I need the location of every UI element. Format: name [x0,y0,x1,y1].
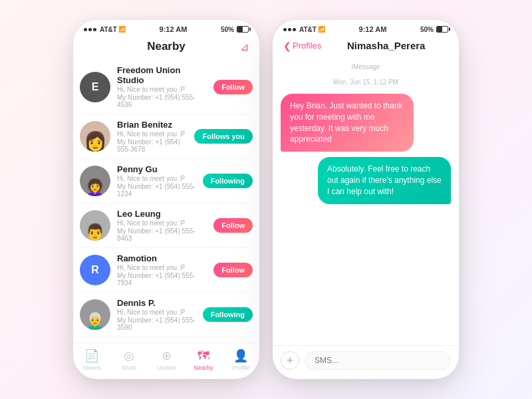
follow-btn-penny[interactable]: Following [203,174,253,188]
nav-nearby[interactable]: 🗺 Nearby [185,349,222,371]
nearby-title: Nearby [147,40,186,53]
update-label: Update [156,364,176,371]
message-header: ❮ Profiles Nimasha_Perera [273,36,459,58]
nearby-item-brian: 👩 Brian Benitez Hi, Nice to meet you :P … [80,114,253,159]
nearby-nav-label: Nearby [194,364,213,371]
name-brian: Brian Benitez [117,120,188,130]
imessage-label: iMessage [281,63,451,70]
nearby-item-penny: 👩‍🦱 Penny Gu Hi, Nice to meet you :P My … [80,159,253,203]
follow-btn-brian[interactable]: Follows you [194,129,253,144]
avatar-freedom: E [80,72,110,102]
info-freedom: Freedom Union Studio Hi, Nice to meet yo… [117,65,207,108]
nav-update[interactable]: ⊕ Update [148,348,185,371]
battery-icon-right [436,26,448,33]
info-dennis: Dennis P. Hi, Nice to meet you :P My Num… [117,298,196,331]
nav-stories[interactable]: 📄 Stories [73,348,110,371]
wifi-icon-left: 📶 [118,26,126,33]
battery-icon-left [237,26,249,33]
shots-label: Shots [121,364,136,371]
signal-dot3 [93,28,96,31]
carrier-left: AT&T [100,26,117,33]
sub1-brian: Hi, Nice to meet you :P [117,130,188,138]
signal-dot-r2 [288,28,291,31]
signal-dot2 [88,28,92,31]
nearby-item-balkan: B Balkan Brothers Hi, Nice to meet you :… [80,337,253,342]
nearby-list: E Freedom Union Studio Hi, Nice to meet … [73,60,259,342]
signal-dot-r3 [293,28,296,31]
nearby-item-leo: 👨 Leo Leung Hi, Nice to meet you :P My N… [80,203,253,248]
name-freedom: Freedom Union Studio [117,65,207,85]
follow-btn-dennis[interactable]: Following [203,307,253,322]
follow-btn-ramotion[interactable]: Follow [213,263,253,277]
info-penny: Penny Gu Hi, Nice to meet you :P My Numb… [117,164,196,198]
back-button[interactable]: ❮ Profiles [283,41,321,51]
nav-profile[interactable]: 👤 Profile [222,348,259,371]
chevron-left-icon: ❮ [283,41,291,51]
carrier-right: AT&T [299,26,317,33]
sub1-dennis: Hi, Nice to meet you :P [117,309,196,316]
avatar-leo: 👨 [80,210,110,241]
time-left: 9:12 AM [160,25,188,33]
stories-icon: 📄 [84,348,99,363]
sub2-brian: My Number: +1 (954) 555-3678 [117,138,188,153]
stories-label: Stories [82,364,101,371]
avatar-dennis: 👨‍🦳 [80,299,110,330]
info-ramotion: Ramotion Hi, Nice to meet you :P My Numb… [117,253,207,287]
time-right: 9:12 AM [359,25,387,33]
add-attachment-button[interactable]: + [281,351,299,370]
status-bar-left: AT&T 📶 9:12 AM 50% [73,20,259,36]
avatar-penny: 👩‍🦱 [80,166,110,196]
follow-btn-leo[interactable]: Follow [213,218,253,233]
bottom-nav: 📄 Stories ◎ Shots ⊕ Update 🗺 Nearby 👤 Pr… [73,342,259,379]
signal-dot-r1 [283,28,287,31]
right-phone: AT&T 📶 9:12 AM 50% ❮ Profiles Nimasha_Pe… [273,20,459,379]
status-left: AT&T 📶 [84,26,126,33]
message-received-1: Absolutely. Feel free to reach out again… [318,157,451,203]
sub2-dennis: My Number: +1 (954) 555-3590 [117,317,196,331]
info-leo: Leo Leung Hi, Nice to meet you :P My Num… [117,209,207,242]
nearby-icon: 🗺 [198,349,209,363]
battery-pct-right: 50% [420,26,434,33]
nav-shots[interactable]: ◎ Shots [110,348,148,371]
update-icon: ⊕ [162,348,172,363]
message-sent-1: Hey Brian. Just wanted to thank you for … [281,94,414,152]
sub2-ramotion: My Number: +1 (954) 555-7934 [117,272,207,287]
nearby-item-ramotion: R Ramotion Hi, Nice to meet you :P My Nu… [80,248,253,293]
avatar-brian: 👩 [80,121,110,152]
profile-icon: 👤 [233,348,248,363]
status-right-left-group: AT&T 📶 [283,26,325,33]
message-input-bar: + [273,345,459,379]
msg-date: Mon, Jun 15, 1:12 PM [281,78,451,86]
message-contact-name: Nimasha_Perera [324,40,448,51]
sub1-freedom: Hi, Nice to meet you :P [117,86,207,93]
status-right-left: 50% [221,26,249,33]
phones-container: AT&T 📶 9:12 AM 50% Nearby ⊿ E Freedom Un… [73,20,459,379]
sms-input[interactable] [305,351,451,370]
nearby-header: Nearby ⊿ [73,36,259,60]
name-penny: Penny Gu [117,164,196,174]
sub2-freedom: My Number: +1 (954) 555-4536 [117,94,207,108]
name-ramotion: Ramotion [117,253,207,263]
left-phone: AT&T 📶 9:12 AM 50% Nearby ⊿ E Freedom Un… [73,20,259,379]
sub1-ramotion: Hi, Nice to meet you :P [117,264,207,271]
sub2-penny: My Number: +1 (954) 555-1234 [117,183,196,198]
nearby-item-freedom: E Freedom Union Studio Hi, Nice to meet … [80,60,253,114]
status-right-group: 50% [420,26,448,33]
status-bar-right: AT&T 📶 9:12 AM 50% [273,20,459,36]
info-brian: Brian Benitez Hi, Nice to meet you :P My… [117,120,188,153]
name-dennis: Dennis P. [117,298,196,308]
wifi-icon-right: 📶 [318,26,325,33]
signal-dot1 [84,28,87,31]
follow-btn-freedom[interactable]: Follow [213,80,253,94]
battery-pct-left: 50% [221,26,234,33]
back-label: Profiles [293,41,321,51]
filter-icon[interactable]: ⊿ [240,41,249,53]
nearby-item-dennis: 👨‍🦳 Dennis P. Hi, Nice to meet you :P My… [80,293,253,337]
messages-area: iMessage Mon, Jun 15, 1:12 PM Hey Brian.… [273,58,459,345]
sub1-penny: Hi, Nice to meet you :P [117,175,196,182]
shots-icon: ◎ [124,348,134,363]
profile-label: Profile [232,364,249,371]
name-leo: Leo Leung [117,209,207,219]
avatar-ramotion: R [80,255,110,285]
sub1-leo: Hi, Nice to meet you :P [117,219,207,227]
